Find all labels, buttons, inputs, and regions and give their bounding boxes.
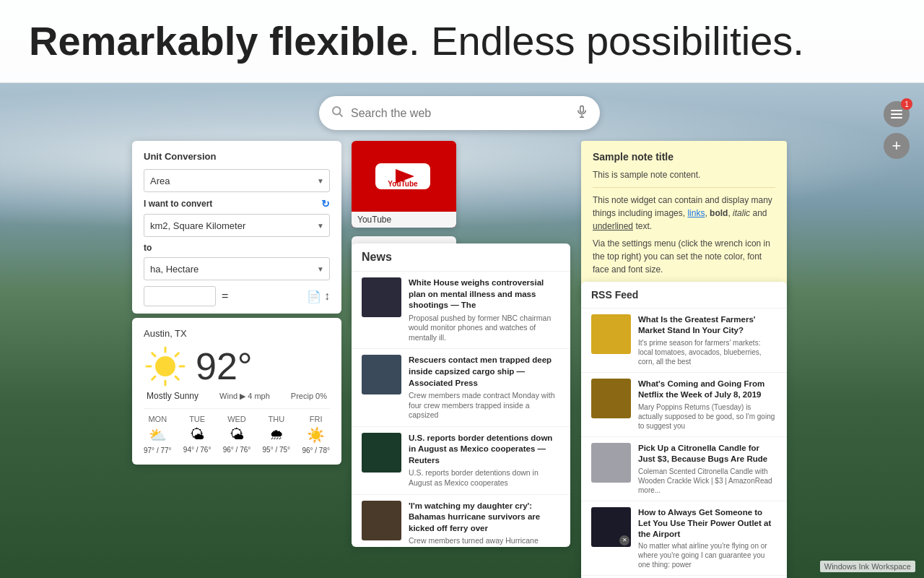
svg-line-1 (339, 113, 342, 116)
weather-forecast: MON ⛅ 97° / 77° TUE 🌤 94° / 76° WED 🌤 96… (144, 408, 330, 454)
youtube-logo-icon: YouTube (375, 162, 433, 191)
forecast-day-name: TUE (189, 415, 205, 423)
notification-badge: 1 (901, 98, 912, 110)
rss-item-1[interactable]: What's Coming and Going From Netflix the… (581, 373, 787, 437)
forecast-day-name: WED (227, 415, 246, 423)
weather-wind: Wind ▶ 4 mph (219, 392, 270, 401)
news-headline-1: Rescuers contact men trapped deep inside… (409, 355, 560, 389)
news-headline-0: White House weighs controversial plan on… (409, 277, 560, 311)
forecast-day-name: FRI (310, 415, 323, 423)
search-icon (331, 105, 344, 121)
forecast-day-name: THU (269, 415, 285, 423)
weather-widget: Austin, TX 92° Mostly Sunny Wind ▶ 4 mph… (132, 318, 341, 465)
weather-description: Mostly Sunny (147, 391, 199, 401)
microphone-icon[interactable] (575, 105, 588, 121)
rss-title-3: How to Always Get Someone to Let You Use… (638, 507, 777, 540)
menu-button[interactable]: 1 (884, 101, 910, 127)
rss-item-0[interactable]: What Is the Greatest Farmers' Market Sta… (581, 309, 787, 373)
svg-point-5 (155, 356, 175, 376)
rss-summary-1: Mary Poppins Returns (Tuesday) is actual… (638, 402, 777, 431)
note-divider (593, 187, 775, 188)
note-title: Sample note title (593, 151, 775, 163)
rss-item-3[interactable]: ✕ How to Always Get Someone to Let You U… (581, 501, 787, 577)
weather-location: Austin, TX (144, 328, 330, 339)
news-item-1[interactable]: Rescuers contact men trapped deep inside… (352, 349, 570, 426)
news-headline-2: U.S. reports border detentions down in A… (409, 433, 560, 467)
rss-text-1: What's Coming and Going From Netflix the… (638, 379, 777, 431)
news-summary-2: U.S. reports border detentions down in A… (409, 468, 560, 488)
news-widget: News White House weighs controversial pl… (352, 243, 570, 547)
forecast-day-fri: FRI ☀️ 96° / 78° (302, 415, 330, 454)
news-item-0[interactable]: White House weighs controversial plan on… (352, 272, 570, 349)
hamburger-icon (891, 110, 902, 118)
note-content-line3: Via the settings menu (click the wrench … (593, 237, 775, 276)
search-bar-container (319, 96, 600, 130)
rss-text-0: What Is the Greatest Farmers' Market Sta… (638, 314, 777, 366)
convert-input[interactable] (144, 286, 216, 306)
forecast-temps-mon: 97° / 77° (144, 447, 172, 454)
news-summary-1: Crew members made contract Monday with f… (409, 391, 560, 420)
rss-widget: RSS Feed What Is the Greatest Farmers' M… (581, 282, 787, 578)
youtube-logo-area: YouTube (352, 141, 456, 212)
equals-sign: = (222, 290, 228, 303)
swap-icon[interactable]: ↕ (324, 290, 330, 303)
news-summary-3: Crew members turned away Hurricane Doria… (409, 536, 560, 547)
rss-title-2: Pick Up a Citronella Candle for Just $3,… (638, 443, 777, 465)
rss-thumb-0 (591, 314, 631, 354)
news-text-3: 'I'm watching my daughter cry': Bahamas … (409, 501, 560, 547)
search-input[interactable] (351, 107, 568, 120)
news-item-2[interactable]: U.S. reports border detentions down in A… (352, 427, 570, 495)
forecast-icon-mon: ⛅ (149, 426, 167, 444)
windows-ink-label: Windows Ink Workspace (820, 561, 915, 572)
youtube-label: YouTube (352, 212, 456, 228)
news-thumb-2 (362, 433, 401, 473)
page-title: Remarkably flexible. Endless possibiliti… (29, 19, 804, 64)
forecast-temps-wed: 96° / 76° (223, 446, 251, 454)
forecast-day-thu: THU 🌧 95° / 75° (263, 415, 291, 454)
youtube-shortcut[interactable]: YouTube YouTube (352, 141, 456, 228)
news-thumb-0 (362, 277, 401, 317)
rss-thumb-1 (591, 379, 631, 418)
news-item-3[interactable]: 'I'm watching my daughter cry': Bahamas … (352, 495, 570, 547)
unit-category-select[interactable]: Area (144, 169, 330, 192)
note-content-line1: This is sample note content. (593, 168, 775, 181)
copy-icon[interactable]: 📄 (307, 290, 321, 303)
forecast-day-mon: MON ⛅ 97° / 77° (144, 415, 172, 454)
news-text-1: Rescuers contact men trapped deep inside… (409, 355, 560, 420)
title-bold: Remarkably flexible (29, 18, 409, 64)
rss-summary-0: It's prime season for farmers' markets: … (638, 338, 777, 366)
svg-line-11 (175, 376, 178, 379)
to-unit-select[interactable]: ha, Hectare (144, 257, 330, 280)
header-bar: Remarkably flexible. Endless possibiliti… (0, 0, 924, 83)
news-thumb-3 (362, 501, 401, 540)
forecast-temps-fri: 96° / 78° (302, 447, 330, 454)
search-bar[interactable] (319, 96, 600, 130)
weather-description-row: Mostly Sunny Wind ▶ 4 mph Precip 0% (144, 391, 330, 401)
note-link[interactable]: links (687, 208, 705, 218)
convert-from-label: I want to convert ↻ (144, 198, 330, 210)
refresh-icon[interactable]: ↻ (321, 198, 330, 210)
forecast-day-tue: TUE 🌤 94° / 76° (183, 415, 212, 454)
weather-precip: Precip 0% (291, 392, 327, 400)
rss-summary-3: No matter what airline you're flying on … (638, 541, 777, 569)
title-light: Endless possibilities. (431, 18, 804, 64)
convert-action-icons: 📄 ↕ (307, 290, 330, 303)
top-right-buttons: 1 + (884, 101, 910, 159)
temperature: 92° (196, 345, 253, 388)
rss-header: RSS Feed (581, 282, 787, 309)
news-summary-0: Proposal pushed by former NBC chairman w… (409, 314, 560, 343)
forecast-icon-thu: 🌧 (269, 426, 284, 443)
svg-line-12 (175, 353, 178, 356)
news-headline-3: 'I'm watching my daughter cry': Bahamas … (409, 501, 560, 535)
add-widget-button[interactable]: + (884, 133, 910, 159)
unit-conversion-title: Unit Conversion (144, 151, 330, 162)
news-text-0: White House weighs controversial plan on… (409, 277, 560, 342)
svg-text:YouTube: YouTube (388, 180, 418, 188)
forecast-icon-wed: 🌤 (230, 426, 244, 443)
rss-item-2[interactable]: Pick Up a Citronella Candle for Just $3,… (581, 437, 787, 501)
rss-title-1: What's Coming and Going From Netflix the… (638, 379, 777, 400)
news-text-2: U.S. reports border detentions down in A… (409, 433, 560, 488)
forecast-icon-fri: ☀️ (307, 426, 325, 444)
from-unit-select[interactable]: km2, Square Kilometer (144, 214, 330, 237)
rss-text-2: Pick Up a Citronella Candle for Just $3,… (638, 443, 777, 495)
